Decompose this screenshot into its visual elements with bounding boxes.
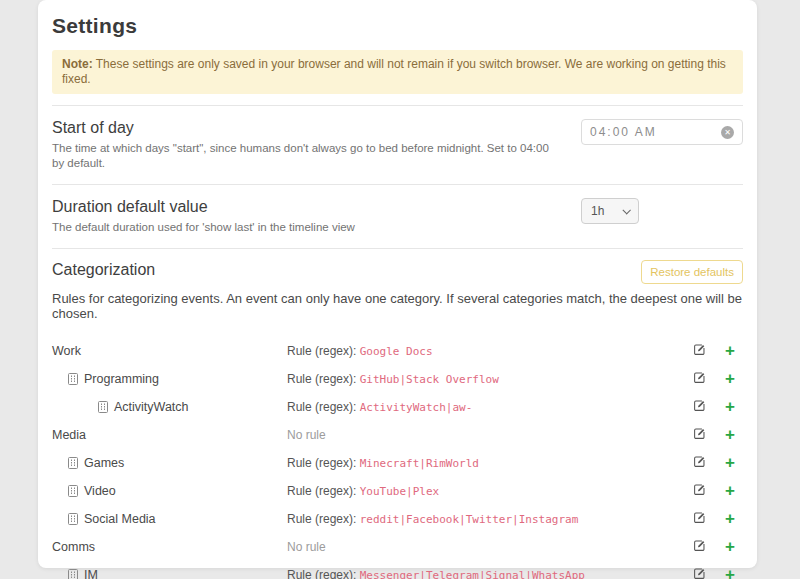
add-subcategory-button[interactable]: + bbox=[725, 370, 735, 387]
edit-category-button[interactable] bbox=[693, 427, 706, 443]
edit-icon bbox=[693, 427, 706, 443]
duration-value: 1h bbox=[591, 204, 604, 218]
rule-label: Rule (regex): bbox=[287, 400, 360, 414]
category-row: Work Rule (regex): Google Docs + bbox=[52, 337, 743, 365]
category-row: IM Rule (regex): Messenger|Telegram|Sign… bbox=[52, 561, 743, 579]
category-row: Video Rule (regex): YouTube|Plex + bbox=[52, 477, 743, 505]
rule-regex: GitHub|Stack Overflow bbox=[360, 373, 499, 386]
category-row: ActivityWatch Rule (regex): ActivityWatc… bbox=[52, 393, 743, 421]
category-rule-cell: Rule (regex): Minecraft|RimWorld bbox=[287, 456, 693, 470]
add-subcategory-button[interactable]: + bbox=[725, 454, 735, 471]
rule-regex: reddit|Facebook|Twitter|Instagram bbox=[360, 513, 579, 526]
category-name-cell: Programming bbox=[52, 372, 287, 386]
add-subcategory-button[interactable]: + bbox=[725, 426, 735, 443]
category-name-cell: Comms bbox=[52, 540, 287, 554]
edit-icon bbox=[693, 567, 706, 579]
start-of-day-section: Start of day The time at which days "sta… bbox=[52, 117, 743, 173]
grip-handle-icon bbox=[68, 569, 78, 579]
start-of-day-info: Start of day The time at which days "sta… bbox=[52, 119, 552, 171]
category-name-cell: Video bbox=[52, 484, 287, 498]
rule-label: Rule (regex): bbox=[287, 372, 360, 386]
category-actions: + bbox=[693, 510, 743, 527]
categorization-title: Categorization bbox=[52, 261, 155, 279]
category-name: ActivityWatch bbox=[114, 400, 189, 414]
category-name: Video bbox=[84, 484, 116, 498]
restore-defaults-button[interactable]: Restore defaults bbox=[641, 260, 743, 284]
category-name: Comms bbox=[52, 540, 95, 554]
green-plus-icon: + bbox=[725, 482, 735, 499]
category-rule-cell: No rule bbox=[287, 540, 693, 554]
duration-control: 1h bbox=[581, 198, 743, 224]
duration-info: Duration default value The default durat… bbox=[52, 198, 355, 235]
category-rule-cell: Rule (regex): Messenger|Telegram|Signal|… bbox=[287, 568, 693, 579]
category-row: Media No rule + bbox=[52, 421, 743, 449]
category-name: Media bbox=[52, 428, 86, 442]
clear-icon[interactable]: ✕ bbox=[721, 126, 734, 139]
category-name-cell: Work bbox=[52, 344, 287, 358]
green-plus-icon: + bbox=[725, 454, 735, 471]
category-name: Programming bbox=[84, 372, 159, 386]
note-label: Note: bbox=[62, 57, 93, 71]
category-row: Comms No rule + bbox=[52, 533, 743, 561]
edit-icon bbox=[693, 399, 706, 415]
add-subcategory-button[interactable]: + bbox=[725, 566, 735, 579]
category-actions: + bbox=[693, 426, 743, 443]
edit-category-button[interactable] bbox=[693, 455, 706, 471]
duration-select[interactable]: 1h bbox=[581, 198, 639, 224]
add-subcategory-button[interactable]: + bbox=[725, 482, 735, 499]
rule-label: Rule (regex): bbox=[287, 484, 360, 498]
category-actions: + bbox=[693, 538, 743, 555]
categorization-description: Rules for categorizing events. An event … bbox=[52, 291, 743, 321]
edit-category-button[interactable] bbox=[693, 399, 706, 415]
edit-icon bbox=[693, 483, 706, 499]
edit-category-button[interactable] bbox=[693, 511, 706, 527]
grip-handle-icon bbox=[98, 401, 108, 413]
add-subcategory-button[interactable]: + bbox=[725, 510, 735, 527]
category-actions: + bbox=[693, 342, 743, 359]
category-name-cell: Games bbox=[52, 456, 287, 470]
divider bbox=[52, 105, 743, 106]
duration-section: Duration default value The default durat… bbox=[52, 196, 743, 237]
no-rule-label: No rule bbox=[287, 428, 326, 442]
grip-handle-icon bbox=[68, 485, 78, 497]
start-of-day-description: The time at which days "start", since hu… bbox=[52, 141, 552, 171]
category-actions: + bbox=[693, 398, 743, 415]
category-rule-cell: Rule (regex): ActivityWatch|aw- bbox=[287, 400, 693, 414]
rule-regex: YouTube|Plex bbox=[360, 485, 439, 498]
category-row: Social Media Rule (regex): reddit|Facebo… bbox=[52, 505, 743, 533]
no-rule-label: No rule bbox=[287, 540, 326, 554]
rule-regex: ActivityWatch|aw- bbox=[360, 401, 473, 414]
start-of-day-control: 04:00 AM ✕ bbox=[581, 119, 743, 145]
edit-category-button[interactable] bbox=[693, 483, 706, 499]
edit-icon bbox=[693, 371, 706, 387]
rule-regex: Google Docs bbox=[360, 345, 433, 358]
grip-handle-icon bbox=[68, 513, 78, 525]
category-name-cell: Social Media bbox=[52, 512, 287, 526]
add-subcategory-button[interactable]: + bbox=[725, 342, 735, 359]
category-name: Games bbox=[84, 456, 124, 470]
edit-category-button[interactable] bbox=[693, 343, 706, 359]
green-plus-icon: + bbox=[725, 538, 735, 555]
start-of-day-title: Start of day bbox=[52, 119, 552, 137]
category-list: Work Rule (regex): Google Docs + bbox=[52, 337, 743, 579]
rule-regex: Minecraft|RimWorld bbox=[360, 457, 479, 470]
start-of-day-input[interactable]: 04:00 AM ✕ bbox=[581, 119, 743, 145]
category-rule-cell: Rule (regex): reddit|Facebook|Twitter|In… bbox=[287, 512, 693, 526]
add-subcategory-button[interactable]: + bbox=[725, 538, 735, 555]
category-rule-cell: Rule (regex): YouTube|Plex bbox=[287, 484, 693, 498]
note-text: These settings are only saved in your br… bbox=[62, 57, 726, 86]
rule-regex: Messenger|Telegram|Signal|WhatsApp bbox=[360, 569, 585, 579]
start-of-day-value: 04:00 AM bbox=[590, 125, 657, 139]
browser-note-banner: Note: These settings are only saved in y… bbox=[52, 50, 743, 94]
rule-label: Rule (regex): bbox=[287, 512, 360, 526]
edit-category-button[interactable] bbox=[693, 371, 706, 387]
divider bbox=[52, 248, 743, 249]
settings-card: Settings Note: These settings are only s… bbox=[38, 0, 757, 568]
edit-category-button[interactable] bbox=[693, 539, 706, 555]
add-subcategory-button[interactable]: + bbox=[725, 398, 735, 415]
green-plus-icon: + bbox=[725, 510, 735, 527]
edit-category-button[interactable] bbox=[693, 567, 706, 579]
category-name: Work bbox=[52, 344, 81, 358]
category-row: Games Rule (regex): Minecraft|RimWorld + bbox=[52, 449, 743, 477]
grip-handle-icon bbox=[68, 457, 78, 469]
